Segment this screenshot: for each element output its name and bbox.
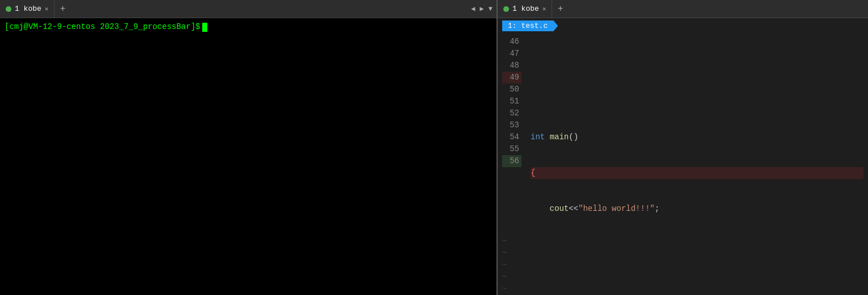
code-line-46	[531, 60, 863, 72]
left-tab-add[interactable]: +	[55, 0, 70, 18]
code-line-50: cout<<"hello world!!!";	[531, 203, 863, 215]
prompt-text: [cmj@VM-12-9-centos 2023_7_9_processBar]…	[5, 22, 200, 33]
tilde-2: ~	[502, 247, 868, 259]
parens: ()	[569, 132, 578, 142]
line-num-53: 53	[502, 119, 521, 131]
tilde-5: ~	[502, 283, 868, 295]
terminal-body[interactable]: [cmj@VM-12-9-centos 2023_7_9_processBar]…	[0, 18, 496, 295]
terminal-prompt: [cmj@VM-12-9-centos 2023_7_9_processBar]…	[5, 22, 492, 33]
code-line-49: {	[531, 167, 863, 179]
right-tab-add[interactable]: +	[552, 0, 568, 18]
right-tab-dot	[503, 6, 509, 12]
left-tab-label: 1 kobe	[15, 5, 41, 13]
left-tab-kobe[interactable]: 1 kobe ✕	[0, 0, 55, 18]
tab-dot	[6, 6, 11, 12]
line-num-47: 47	[502, 48, 521, 60]
kw-int: int	[531, 132, 545, 142]
terminal-panel: 1 kobe ✕ + ◀ ▶ ▼ [cmj@VM-12-9-centos 202…	[0, 0, 498, 295]
terminal-cursor	[202, 23, 207, 32]
brace-open: {	[531, 168, 535, 177]
file-label[interactable]: 1: test.c	[502, 20, 558, 31]
fn-cout: cout	[550, 204, 569, 213]
line-num-49: 49	[502, 72, 521, 84]
right-tab-bar: 1 kobe ✕ +	[498, 0, 868, 18]
line-num-50: 50	[502, 84, 521, 95]
left-arrow[interactable]: ◀	[469, 3, 477, 14]
tilde-4: ~	[502, 271, 868, 283]
left-tab-bar: 1 kobe ✕ + ◀ ▶ ▼	[0, 0, 496, 18]
code-editor-area: 46 47 48 49 50 51 52 53 54 55 56	[498, 34, 868, 235]
right-tab-close[interactable]: ✕	[542, 5, 546, 13]
line-num-54: 54	[502, 131, 521, 143]
dropdown-arrow[interactable]: ▼	[487, 4, 494, 14]
code-editor[interactable]: 46 47 48 49 50 51 52 53 54 55 56	[498, 34, 868, 235]
editor-panel: 1 kobe ✕ + 1: test.c 46 47 48 49	[498, 0, 868, 295]
tilde-3: ~	[502, 259, 868, 271]
string-hello: "hello world!!!"	[578, 204, 654, 213]
line-num-48: 48	[502, 60, 521, 72]
code-line-47	[531, 95, 863, 107]
fn-main: main	[550, 132, 569, 142]
tilde-1: ~	[502, 235, 868, 247]
line-num-56: 56	[502, 155, 521, 167]
nav-arrows: ◀ ▶ ▼	[467, 3, 496, 14]
left-tab-close[interactable]: ✕	[45, 5, 49, 13]
file-breadcrumb: 1: test.c	[498, 18, 868, 34]
code-content[interactable]: int main() { cout<<"hello world!!!"; ffl…	[526, 34, 868, 235]
line-num-52: 52	[502, 107, 521, 119]
code-line-48: int main()	[531, 131, 863, 143]
right-arrow[interactable]: ▶	[478, 3, 486, 14]
line-num-46: 46	[502, 36, 521, 48]
line-num-51: 51	[502, 95, 521, 107]
tilde-lines: ~ ~ ~ ~ ~	[498, 235, 868, 295]
right-tab-kobe[interactable]: 1 kobe ✕	[498, 0, 552, 18]
line-num-55: 55	[502, 143, 521, 155]
right-tab-label: 1 kobe	[512, 5, 539, 13]
line-numbers: 46 47 48 49 50 51 52 53 54 55 56	[498, 34, 526, 235]
